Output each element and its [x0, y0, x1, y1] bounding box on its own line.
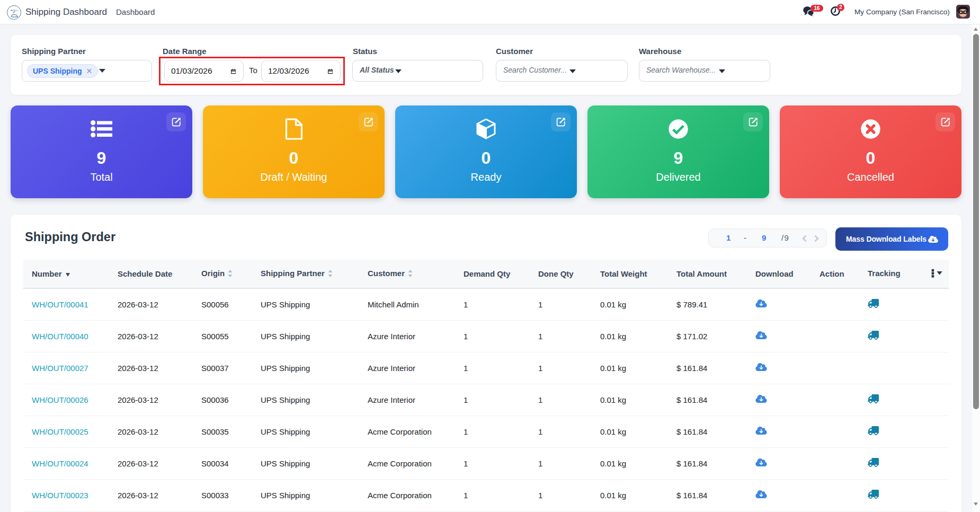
svg-text:doo: doo [13, 8, 19, 12]
